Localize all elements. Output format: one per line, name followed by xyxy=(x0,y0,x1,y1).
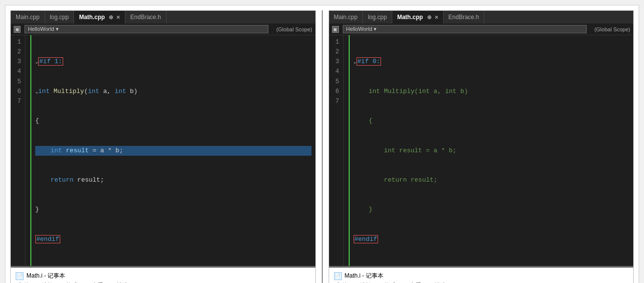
right-line-1: ⌄#if 0: xyxy=(354,57,630,67)
right-project-dropdown[interactable]: HelloWorld ▾ xyxy=(343,25,587,33)
left-line-3: { xyxy=(35,116,311,126)
notepad-icon-left: 📄 xyxy=(16,272,24,280)
left-notepad-menu: 文件(F) 编辑(E) 格式(O) 查看(V) 帮助(H) xyxy=(16,281,310,283)
left-line-4: int result = a * b; xyxy=(35,146,311,156)
right-menu-file[interactable]: 文件(F) xyxy=(334,281,357,283)
right-notepad: 📄 Math.i - 记事本 文件(F) 编辑(E) 格式(O) 查看(V) 帮… xyxy=(329,268,634,283)
left-line-6: } xyxy=(35,205,311,214)
left-line-7: #endif xyxy=(35,235,311,244)
left-code-area: 1 2 3 4 5 6 7 ⌄#if 1: ⌄int Multiply(int … xyxy=(11,35,315,266)
left-line-numbers: 1 2 3 4 5 6 7 xyxy=(11,35,25,266)
center-divider xyxy=(322,10,323,283)
right-line-numbers: 1 2 3 4 5 6 7 xyxy=(329,35,344,266)
right-notepad-menu: 文件(F) 编辑(E) 格式(O) 查看(V) 帮助(H) xyxy=(334,281,629,283)
right-tab-log[interactable]: log.cpp xyxy=(363,11,392,24)
menu-help[interactable]: 帮助(H) xyxy=(114,281,138,283)
left-ide: Main.cpp log.cpp Math.cpp ⊕ ✕ EndBrace.h… xyxy=(11,11,315,267)
left-panel: Main.cpp log.cpp Math.cpp ⊕ ✕ EndBrace.h… xyxy=(10,10,316,283)
right-notepad-titlebar: 📄 Math.i - 记事本 xyxy=(334,272,629,280)
menu-view[interactable]: 查看(V) xyxy=(90,281,113,283)
menu-edit[interactable]: 编辑(E) xyxy=(40,281,63,283)
menu-format[interactable]: 格式(O) xyxy=(64,281,88,283)
left-notepad-titlebar: 📄 Math.i - 记事本 xyxy=(16,272,310,280)
left-toolbar: ▣ HelloWorld ▾ (Global Scope) xyxy=(11,24,315,35)
right-menu-format[interactable]: 格式(O) xyxy=(382,281,406,283)
left-tab-endbrace[interactable]: EndBrace.h xyxy=(125,11,167,24)
right-code-area: 1 2 3 4 5 6 7 ⌄#if 0: int Multiply(int a… xyxy=(329,35,634,266)
right-line-4: int result = a * b; xyxy=(354,146,630,156)
right-tab-main[interactable]: Main.cpp xyxy=(329,11,363,24)
right-project-icon: ▣ xyxy=(332,26,339,33)
right-line-5: return result; xyxy=(354,175,630,185)
left-project-icon: ▣ xyxy=(14,26,21,33)
right-line-3: { xyxy=(354,116,630,126)
right-menu-view[interactable]: 查看(V) xyxy=(407,281,431,283)
left-tab-log[interactable]: log.cpp xyxy=(45,11,74,24)
right-toolbar: ▣ HelloWorld ▾ (Global Scope) xyxy=(329,24,634,35)
right-math-close[interactable]: ✕ xyxy=(434,15,438,20)
left-notepad-title: Math.i - 记事本 xyxy=(26,272,65,280)
left-tab-bar: Main.cpp log.cpp Math.cpp ⊕ ✕ EndBrace.h xyxy=(11,11,315,24)
right-line-6: } xyxy=(354,205,630,214)
left-tab-math[interactable]: Math.cpp ⊕ ✕ xyxy=(74,11,125,24)
left-code-lines[interactable]: ⌄#if 1: ⌄int Multiply(int a, int b) { in… xyxy=(31,35,315,266)
left-gutter xyxy=(25,35,31,266)
left-math-close[interactable]: ✕ xyxy=(116,15,120,20)
menu-file[interactable]: 文件(F) xyxy=(16,281,39,283)
notepad-icon-right: 📄 xyxy=(334,272,342,280)
right-scope: (Global Scope) xyxy=(595,26,630,32)
right-panel: Main.cpp log.cpp Math.cpp ⊕ ✕ EndBrace.h… xyxy=(329,10,634,283)
right-menu-edit[interactable]: 编辑(E) xyxy=(358,281,382,283)
right-ide: Main.cpp log.cpp Math.cpp ⊕ ✕ EndBrace.h… xyxy=(329,11,634,267)
right-tab-bar: Main.cpp log.cpp Math.cpp ⊕ ✕ EndBrace.h xyxy=(329,11,634,24)
right-tab-endbrace[interactable]: EndBrace.h xyxy=(444,11,485,24)
left-scope: (Global Scope) xyxy=(276,26,312,32)
main-container: Main.cpp log.cpp Math.cpp ⊕ ✕ EndBrace.h… xyxy=(5,5,639,283)
right-line-7: #endif xyxy=(354,235,630,244)
left-line-5: return result; xyxy=(35,175,311,185)
right-line-2: int Multiply(int a, int b) xyxy=(354,87,630,96)
left-line-2: ⌄int Multiply(int a, int b) xyxy=(35,87,311,96)
left-tab-main[interactable]: Main.cpp xyxy=(11,11,45,24)
right-tab-math[interactable]: Math.cpp ⊕ ✕ xyxy=(392,11,444,24)
right-notepad-title: Math.i - 记事本 xyxy=(345,272,383,280)
right-code-lines[interactable]: ⌄#if 0: int Multiply(int a, int b) { int… xyxy=(350,35,634,266)
right-menu-help[interactable]: 帮助(H) xyxy=(432,281,456,283)
left-line-1: ⌄#if 1: xyxy=(35,57,311,67)
left-project-dropdown[interactable]: HelloWorld ▾ xyxy=(24,25,268,33)
right-gutter xyxy=(344,35,350,266)
left-notepad: 📄 Math.i - 记事本 文件(F) 编辑(E) 格式(O) 查看(V) 帮… xyxy=(11,268,315,283)
